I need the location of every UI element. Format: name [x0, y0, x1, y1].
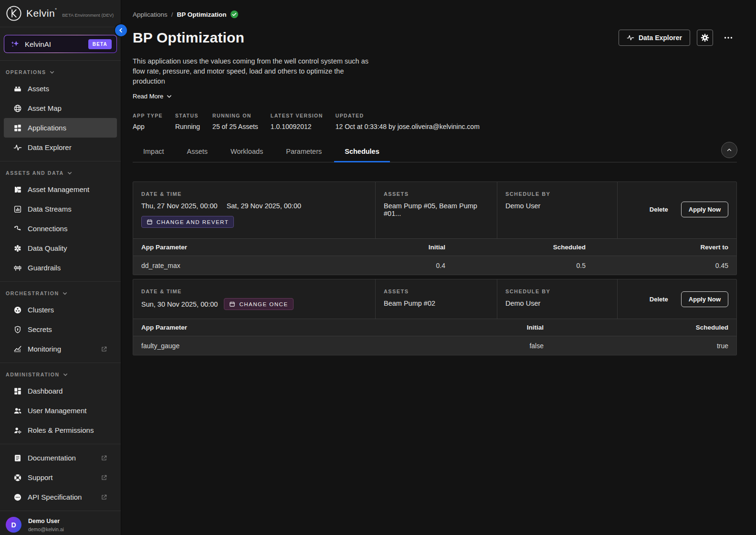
dashboard-icon: [13, 387, 22, 396]
breadcrumb-applications[interactable]: Applications: [133, 11, 168, 18]
kelvin-ai-wrap: KelvinAI BETA: [0, 27, 121, 61]
data-streams-icon: [13, 205, 22, 214]
monitoring-icon: [13, 345, 22, 353]
apply-now-button[interactable]: Apply Now: [681, 291, 728, 307]
sidebar: Kelvin˚ BETA Environment (DEV) KelvinAI …: [0, 0, 121, 535]
schedule-start-date: Sun, 30 Nov 2025, 00:00: [141, 300, 218, 308]
parameter-table-header: App Parameter Initial Scheduled Revert t…: [133, 238, 736, 256]
support-icon: [13, 473, 22, 482]
main-content: Applications / BP Optimization BP Optimi…: [121, 11, 756, 355]
param-scheduled: true: [544, 342, 736, 350]
sidebar-item-clusters[interactable]: Clusters: [4, 300, 117, 320]
documentation-icon: [13, 454, 22, 462]
section-header-assets-and-data[interactable]: ASSETS AND DATA: [0, 164, 121, 180]
sidebar-item-roles-permissions[interactable]: Roles & Permissions: [4, 420, 117, 440]
sidebar-item-connections[interactable]: Connections: [4, 219, 117, 238]
sidebar-item-documentation[interactable]: Documentation: [4, 448, 117, 468]
user-account[interactable]: D Demo User demo@kelvin.ai: [0, 511, 121, 535]
tab-schedules[interactable]: Schedules: [334, 145, 390, 162]
section-label: ASSETS AND DATA: [6, 170, 64, 176]
verified-icon: [231, 11, 238, 18]
col-scheduled: Scheduled: [544, 324, 736, 331]
sidebar-item-support[interactable]: Support: [4, 468, 117, 487]
settings-button[interactable]: [697, 30, 713, 46]
sidebar-item-label: Connections: [28, 225, 67, 233]
app-description: This application uses the values coming …: [133, 56, 375, 86]
meta-latest-version: LATEST VERSION 1.0.10092012: [271, 113, 323, 130]
external-link-icon: [101, 346, 107, 353]
clusters-icon: [13, 306, 22, 314]
sidebar-item-secrets[interactable]: Secrets: [4, 320, 117, 339]
sidebar-item-dashboard[interactable]: Dashboard: [4, 381, 117, 401]
brand-header: Kelvin˚ BETA Environment (DEV): [0, 0, 121, 27]
tab-impact[interactable]: Impact: [133, 145, 175, 162]
sidebar-item-label: Data Streams: [28, 205, 72, 213]
section-header-operations[interactable]: OPERATIONS: [0, 64, 121, 79]
scroll-top-button[interactable]: [721, 142, 737, 158]
sidebar-item-label: Asset Management: [28, 185, 89, 193]
parameter-row: dd_rate_max 0.4 0.5 0.45: [133, 256, 736, 275]
sidebar-item-label: Roles & Permissions: [28, 426, 94, 434]
col-scheduled: Scheduled: [445, 244, 586, 251]
chevron-down-icon: [50, 70, 54, 75]
sidebar-item-api-specification[interactable]: API Specification: [4, 487, 117, 507]
meta-value: 1.0.10092012: [271, 123, 323, 130]
sidebar-item-assets[interactable]: Assets: [4, 79, 117, 98]
brand-name: Kelvin˚: [26, 8, 57, 19]
param-initial: false: [305, 342, 544, 350]
user-email: demo@kelvin.ai: [28, 526, 64, 532]
sidebar-item-asset-map[interactable]: Asset Map: [4, 98, 117, 118]
assets-cell: ASSETS Beam Pump #02: [375, 279, 497, 319]
sidebar-item-asset-management[interactable]: Asset Management: [4, 180, 117, 199]
section-header-orchestration[interactable]: ORCHESTRATION: [0, 285, 121, 300]
parameter-row: faulty_gauge false true: [133, 336, 736, 355]
col-initial: Initial: [305, 244, 445, 251]
asset-management-icon: [13, 185, 22, 194]
change-and-revert-badge: CHANGE AND REVERT: [141, 216, 234, 228]
sidebar-item-data-quality[interactable]: Data Quality: [4, 238, 117, 258]
delete-button[interactable]: Delete: [650, 296, 668, 303]
sidebar-item-applications[interactable]: Applications: [4, 118, 117, 138]
sidebar-item-monitoring[interactable]: Monitoring: [4, 339, 117, 359]
sidebar-item-user-management[interactable]: User Management: [4, 401, 117, 420]
sidebar-collapse-button[interactable]: [115, 24, 127, 36]
sidebar-item-label: Guardrails: [28, 264, 61, 272]
data-quality-icon: [13, 244, 22, 253]
connections-icon: [13, 225, 22, 233]
sidebar-item-label: Secrets: [28, 325, 52, 333]
kelvin-ai-button[interactable]: KelvinAI BETA: [4, 35, 117, 53]
section-label: OPERATIONS: [6, 69, 46, 75]
nav-section-orchestration: ORCHESTRATION Clusters Secrets Monitorin…: [0, 282, 121, 363]
schedule-by-value: Demo User: [505, 202, 609, 210]
kelvin-ai-label: KelvinAI: [25, 40, 51, 48]
param-scheduled: 0.5: [445, 262, 586, 269]
sidebar-item-label: Support: [28, 473, 53, 482]
sidebar-item-data-streams[interactable]: Data Streams: [4, 199, 117, 219]
tab-parameters[interactable]: Parameters: [275, 145, 332, 162]
schedule-card-1: DATE & TIME Thu, 27 Nov 2025, 00:00 Sat,…: [133, 182, 737, 275]
meta-app-type: APP TYPE App: [133, 113, 163, 130]
meta-status: STATUS Running: [175, 113, 200, 130]
col-app-parameter: App Parameter: [133, 324, 305, 331]
breadcrumb: Applications / BP Optimization: [133, 11, 737, 18]
more-menu-button[interactable]: [720, 30, 737, 46]
data-explorer-button[interactable]: Data Explorer: [619, 30, 690, 46]
sidebar-footer: Documentation Support API Specification: [0, 444, 121, 511]
chevron-up-icon: [726, 147, 733, 153]
delete-button[interactable]: Delete: [650, 206, 668, 213]
date-time-label: DATE & TIME: [141, 289, 368, 294]
schedule-actions: Delete Apply Now: [617, 182, 736, 238]
apply-now-button[interactable]: Apply Now: [681, 202, 728, 217]
breadcrumb-separator: /: [171, 11, 173, 18]
read-more-link[interactable]: Read More: [133, 93, 172, 100]
sidebar-item-data-explorer[interactable]: Data Explorer: [4, 138, 117, 157]
gear-icon: [700, 33, 710, 43]
schedule-by-value: Demo User: [505, 300, 609, 307]
param-name: faulty_gauge: [133, 342, 305, 350]
section-header-administration[interactable]: ADMINISTRATION: [0, 366, 121, 381]
date-time-label: DATE & TIME: [141, 191, 368, 197]
meta-label: UPDATED: [336, 113, 480, 118]
tab-workloads[interactable]: Workloads: [220, 145, 273, 162]
tab-assets[interactable]: Assets: [177, 145, 219, 162]
sidebar-item-guardrails[interactable]: Guardrails: [4, 258, 117, 278]
